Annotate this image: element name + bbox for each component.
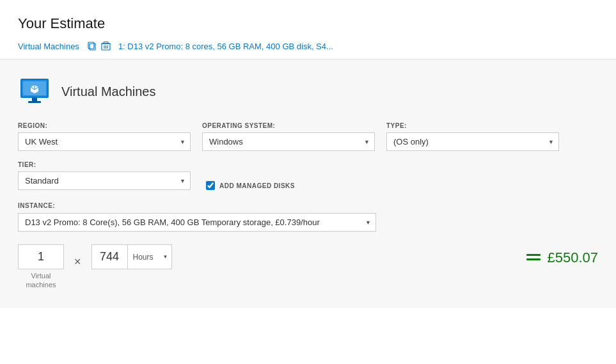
hours-unit-wrap: Hours Days Months ▼ [128, 245, 171, 269]
instance-dropdown-wrapper: D13 v2 Promo: 8 Core(s), 56 GB RAM, 400 … [18, 213, 376, 232]
region-label: REGION: [18, 122, 191, 129]
tier-select-wrapper: Standard [18, 171, 191, 190]
region-select[interactable]: UK West [18, 132, 191, 151]
hours-combined-box: 744 Hours Days Months ▼ [91, 244, 172, 269]
header-section: Your Estimate Virtual Machines [0, 0, 616, 59]
svg-rect-17 [526, 254, 541, 256]
os-label: OPERATING SYSTEM: [202, 122, 375, 129]
delete-icon[interactable] [101, 41, 111, 51]
region-group: REGION: UK West [18, 122, 191, 151]
instance-group: INSTANCE: D13 v2 Promo: 8 Core(s), 56 GB… [18, 200, 598, 232]
instance-label: INSTANCE: [18, 202, 55, 209]
hours-value: 744 [92, 245, 128, 269]
svg-rect-16 [28, 101, 41, 103]
page-title: Your Estimate [18, 15, 598, 32]
vm-header: Virtual Machines [18, 75, 598, 108]
svg-rect-15 [32, 98, 37, 101]
region-select-wrapper: UK West [18, 132, 191, 151]
type-label: TYPE: [386, 122, 559, 129]
breadcrumb-link[interactable]: Virtual Machines [18, 42, 79, 51]
equals-sign [526, 249, 541, 266]
breadcrumb-icons [87, 41, 111, 51]
vm-count-box: 1 [18, 244, 64, 269]
os-group: OPERATING SYSTEM: Windows [202, 122, 375, 151]
vm-count-label-line1: Virtual [31, 272, 51, 280]
os-select[interactable]: Windows [202, 132, 375, 151]
vm-count-value: 1 [38, 250, 44, 263]
calc-left: 1 Virtual machines × 744 Hours [18, 244, 172, 290]
vm-icon [18, 75, 51, 108]
svg-rect-18 [526, 258, 541, 260]
form-row-2: TIER: Standard ADD MANAGED DISKS [18, 161, 598, 190]
copy-icon[interactable] [87, 41, 97, 51]
multiply-sign: × [64, 255, 91, 269]
tier-group: TIER: Standard [18, 161, 191, 190]
managed-disks-checkbox[interactable] [206, 181, 215, 190]
managed-disks-row: ADD MANAGED DISKS [206, 181, 295, 190]
instance-select-wrapper: D13 v2 Promo: 8 Core(s), 56 GB RAM, 400 … [18, 213, 598, 232]
breadcrumb-summary: 1: D13 v2 Promo: 8 cores, 56 GB RAM, 400… [118, 42, 333, 51]
type-group: TYPE: (OS only) [386, 122, 559, 151]
form-row-1: REGION: UK West OPERATING SYSTEM: Window… [18, 122, 598, 151]
os-select-wrapper: Windows [202, 132, 375, 151]
hours-col: 744 Hours Days Months ▼ [91, 244, 172, 269]
tier-select[interactable]: Standard [18, 171, 191, 190]
vm-count-col: 1 Virtual machines [18, 244, 64, 290]
tier-label: TIER: [18, 161, 191, 168]
breadcrumb: Virtual Machines [18, 41, 598, 51]
total-section: £550.07 [526, 244, 598, 266]
vm-count-label-line2: machines [26, 281, 56, 289]
managed-disks-label: ADD MANAGED DISKS [219, 182, 295, 189]
calc-row: 1 Virtual machines × 744 Hours [18, 244, 598, 290]
instance-select[interactable]: D13 v2 Promo: 8 Core(s), 56 GB RAM, 400 … [18, 213, 376, 232]
total-amount: £550.07 [547, 249, 598, 266]
type-select-wrapper: (OS only) [386, 132, 559, 151]
vm-count-label: Virtual machines [26, 271, 56, 290]
vm-section: Virtual Machines REGION: UK West OPERATI… [0, 59, 616, 308]
hours-unit-select[interactable]: Hours Days Months [128, 253, 171, 262]
vm-section-title: Virtual Machines [61, 84, 155, 99]
type-select[interactable]: (OS only) [386, 132, 559, 151]
